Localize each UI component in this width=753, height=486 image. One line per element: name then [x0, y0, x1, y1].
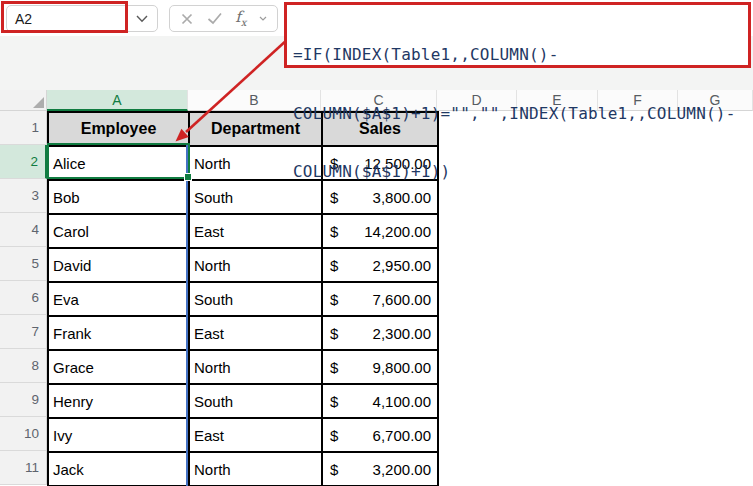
cell-employee-row-9[interactable]: Henry — [49, 385, 190, 419]
cell-sales-row-8[interactable]: $9,800.00 — [323, 351, 439, 385]
enter-check-icon[interactable] — [207, 12, 223, 25]
row-header-7[interactable]: 7 — [0, 315, 47, 349]
row-header-9[interactable]: 9 — [0, 383, 47, 417]
cell-sales-row-7[interactable]: $2,300.00 — [323, 317, 439, 351]
cell-employee-row-7[interactable]: Frank — [49, 317, 190, 351]
spreadsheet-window: A2 fx =IF(INDEX(Table1,,COLUMN()- COLUMN… — [0, 0, 753, 486]
cancel-icon[interactable] — [180, 12, 194, 26]
formula-bar-buttons: fx — [169, 5, 278, 32]
cell-department-row-6[interactable]: South — [190, 283, 323, 317]
row-header-4[interactable]: 4 — [0, 213, 47, 247]
row-header-10[interactable]: 10 — [0, 417, 47, 451]
cell-sales-row-6[interactable]: $7,600.00 — [323, 283, 439, 317]
selected-cell-outline[interactable] — [47, 143, 190, 179]
row-header-11[interactable]: 11 — [0, 451, 47, 485]
cell-employee-row-3[interactable]: Bob — [49, 181, 190, 215]
cell-department-row-10[interactable]: East — [190, 419, 323, 453]
row-header-1[interactable]: 1 — [0, 111, 47, 145]
currency-symbol: $ — [330, 257, 338, 274]
currency-symbol: $ — [330, 427, 338, 444]
cell-employee-row-11[interactable]: Jack — [49, 453, 190, 486]
sales-amount: 14,200.00 — [364, 223, 431, 240]
cell-department-row-8[interactable]: North — [190, 351, 323, 385]
sales-amount: 2,950.00 — [373, 257, 431, 274]
currency-symbol: $ — [330, 291, 338, 308]
sales-amount: 7,600.00 — [373, 291, 431, 308]
cell-employee-row-10[interactable]: Ivy — [49, 419, 190, 453]
column-header-a[interactable]: A — [47, 90, 188, 111]
formula-line: COLUMN($A$1)+1)) — [293, 162, 742, 182]
currency-symbol: $ — [330, 325, 338, 342]
sales-amount: 2,300.00 — [373, 325, 431, 342]
sales-amount: 6,700.00 — [373, 427, 431, 444]
formula-line: COLUMN($A$1)+1)="","",INDEX(Table1,,COLU… — [293, 104, 742, 124]
currency-symbol: $ — [330, 223, 338, 240]
row-header-strip: 1234567891011 — [0, 111, 47, 485]
sales-amount: 4,100.00 — [373, 393, 431, 410]
cell-employee-row-5[interactable]: David — [49, 249, 190, 283]
cell-department-row-5[interactable]: North — [190, 249, 323, 283]
cell-department-row-7[interactable]: East — [190, 317, 323, 351]
sales-amount: 9,800.00 — [373, 359, 431, 376]
chevron-down-icon[interactable] — [136, 15, 148, 23]
cell-employee-row-4[interactable]: Carol — [49, 215, 190, 249]
row-header-2[interactable]: 2 — [0, 145, 47, 179]
cell-department-row-11[interactable]: North — [190, 453, 323, 486]
chevron-down-icon[interactable] — [259, 16, 267, 22]
currency-symbol: $ — [330, 359, 338, 376]
currency-symbol: $ — [330, 461, 338, 478]
cell-department-row-9[interactable]: South — [190, 385, 323, 419]
formula-line: =IF(INDEX(Table1,,COLUMN()- — [293, 45, 742, 65]
sales-amount: 3,200.00 — [373, 461, 431, 478]
insert-function-icon[interactable]: fx — [235, 10, 246, 28]
row-header-8[interactable]: 8 — [0, 349, 47, 383]
name-box-annotation-rect — [1, 1, 128, 33]
cell-employee-row-6[interactable]: Eva — [49, 283, 190, 317]
formula-annotation-box: =IF(INDEX(Table1,,COLUMN()- COLUMN($A$1)… — [284, 2, 751, 68]
cell-sales-row-9[interactable]: $4,100.00 — [323, 385, 439, 419]
select-all-button[interactable] — [0, 90, 47, 111]
cell-sales-row-11[interactable]: $3,200.00 — [323, 453, 439, 486]
fill-handle[interactable] — [184, 173, 192, 181]
select-all-triangle-icon — [33, 97, 44, 108]
cell-sales-row-5[interactable]: $2,950.00 — [323, 249, 439, 283]
cell-employee-row-8[interactable]: Grace — [49, 351, 190, 385]
row-header-5[interactable]: 5 — [0, 247, 47, 281]
currency-symbol: $ — [330, 393, 338, 410]
row-header-3[interactable]: 3 — [0, 179, 47, 213]
table-column-boundary-line — [186, 145, 188, 486]
row-header-6[interactable]: 6 — [0, 281, 47, 315]
table-header-employee[interactable]: Employee — [49, 113, 190, 147]
cell-sales-row-10[interactable]: $6,700.00 — [323, 419, 439, 453]
